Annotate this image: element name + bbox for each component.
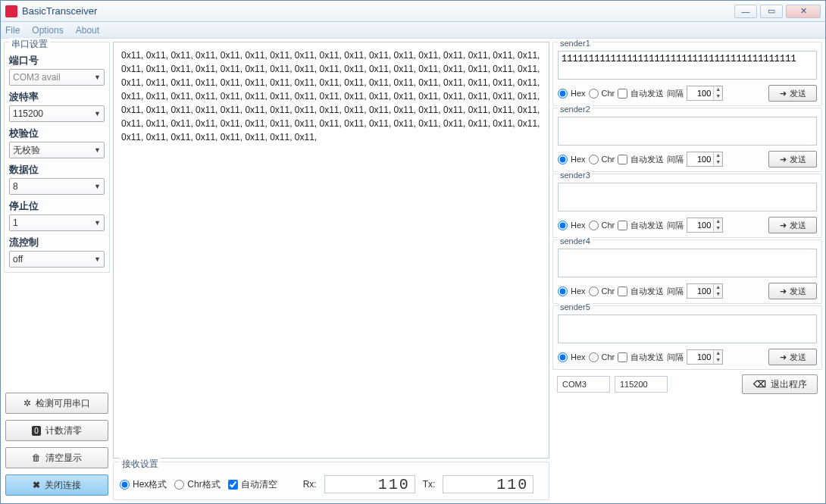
sender-5-send-button[interactable]: ➜发送 — [768, 349, 817, 365]
flow-value: off — [13, 254, 23, 265]
trash-icon: 🗑 — [32, 452, 41, 463]
baud-value: 115200 — [13, 108, 43, 119]
exit-button[interactable]: ⌫ 退出程序 — [742, 374, 818, 394]
sender-2-title: sender2 — [558, 105, 593, 114]
sender-4-chr-radio[interactable]: Chr — [589, 286, 615, 296]
spinner-down-icon[interactable]: ▼ — [714, 357, 722, 364]
sender-3-autosend-checkbox[interactable]: 自动发送 — [618, 220, 664, 231]
sender-2-interval-spinner[interactable]: ▲▼ — [687, 152, 723, 167]
spinner-up-icon[interactable]: ▲ — [714, 218, 722, 225]
sender-5-autosend-checkbox[interactable]: 自动发送 — [618, 352, 664, 363]
close-icon: ✖ — [33, 480, 40, 490]
spinner-up-icon[interactable]: ▲ — [714, 284, 722, 291]
menu-about[interactable]: About — [76, 25, 99, 36]
exit-icon: ⌫ — [753, 379, 766, 390]
status-footer: COM3 115200 ⌫ 退出程序 — [552, 371, 822, 397]
arrow-right-icon: ➜ — [780, 155, 787, 164]
tx-count-label: Tx: — [423, 479, 436, 490]
close-button[interactable]: ✕ — [786, 5, 821, 18]
spinner-down-icon[interactable]: ▼ — [714, 291, 722, 298]
sender-2-hex-radio[interactable]: Hex — [558, 155, 586, 164]
sender-3-input[interactable] — [558, 183, 817, 211]
sender-4-controls: Hex Chr 自动发送 间隔 ▲▼ ➜发送 — [558, 283, 817, 299]
sender-4-input[interactable] — [558, 249, 817, 277]
spinner-down-icon[interactable]: ▼ — [714, 93, 722, 100]
sender-5-input[interactable] — [558, 315, 817, 343]
spinner-up-icon[interactable]: ▲ — [714, 86, 722, 93]
auto-clear-checkbox[interactable]: 自动清空 — [228, 478, 277, 491]
sender-1-input[interactable] — [558, 51, 817, 80]
sender-3-title: sender3 — [558, 171, 593, 180]
sender-4-hex-radio[interactable]: Hex — [558, 286, 586, 296]
maximize-button[interactable]: ▭ — [760, 5, 783, 18]
exit-label: 退出程序 — [771, 378, 807, 391]
sender-3-chr-radio[interactable]: Chr — [589, 221, 615, 230]
spinner-up-icon[interactable]: ▲ — [714, 152, 722, 159]
detect-ports-label: 检测可用串口 — [36, 397, 90, 410]
menubar: File Options About — [1, 22, 825, 39]
sender-4-interval-spinner[interactable]: ▲▼ — [687, 283, 723, 299]
rx-count-label: Rx: — [303, 479, 317, 490]
sender-5-chr-radio[interactable]: Chr — [589, 352, 615, 362]
databits-value: 8 — [13, 181, 18, 192]
chr-format-radio-input[interactable] — [174, 480, 184, 490]
sender-4-send-button[interactable]: ➜发送 — [768, 283, 817, 299]
spinner-down-icon[interactable]: ▼ — [714, 159, 722, 166]
middle-panel: 0x11, 0x11, 0x11, 0x11, 0x11, 0x11, 0x11… — [113, 42, 549, 500]
port-label: 端口号 — [9, 54, 105, 67]
rx-count-display: 110 — [324, 475, 415, 493]
port-value: COM3 avail — [13, 72, 61, 83]
sender-5-hex-radio[interactable]: Hex — [558, 352, 586, 362]
window-title: BasicTransceiver — [22, 5, 734, 17]
stopbits-value: 1 — [13, 218, 18, 228]
baud-combo[interactable]: 115200 ▼ — [9, 105, 105, 122]
sender-3-controls: Hex Chr 自动发送 间隔 ▲▼ ➜发送 — [558, 217, 817, 233]
sender-1-send-button[interactable]: ➜发送 — [768, 85, 817, 102]
spinner-down-icon[interactable]: ▼ — [714, 225, 722, 232]
sender-3-send-button[interactable]: ➜发送 — [768, 217, 817, 233]
chr-format-radio[interactable]: Chr格式 — [174, 478, 220, 491]
sender-1-chr-radio[interactable]: Chr — [589, 89, 615, 99]
sender-2-input[interactable] — [558, 117, 817, 146]
hex-format-radio-input[interactable] — [120, 480, 130, 490]
clear-display-button[interactable]: 🗑 清空显示 — [5, 447, 108, 468]
arrow-right-icon: ➜ — [780, 221, 787, 230]
sidebar: 串口设置 端口号 COM3 avail ▼ 波特率 115200 ▼ 校验位 无… — [4, 42, 110, 500]
sender-1-hex-radio[interactable]: Hex — [558, 89, 586, 99]
baud-label: 波特率 — [9, 90, 105, 104]
stopbits-combo[interactable]: 1 ▼ — [9, 214, 105, 231]
auto-clear-checkbox-input[interactable] — [228, 480, 238, 490]
port-combo[interactable]: COM3 avail ▼ — [9, 69, 105, 86]
detect-ports-button[interactable]: ✲ 检测可用串口 — [5, 393, 108, 414]
minimize-button[interactable]: — — [734, 5, 757, 18]
sender-1-autosend-checkbox[interactable]: 自动发送 — [618, 88, 664, 99]
counter-reset-label: 计数清零 — [45, 424, 82, 437]
sender-5-interval-spinner[interactable]: ▲▼ — [687, 349, 723, 365]
menu-options[interactable]: Options — [32, 25, 63, 36]
sender-1-group: sender1 Hex Chr 自动发送 间隔 ▲▼ ➜发送 — [552, 42, 822, 106]
stopbits-label: 停止位 — [9, 199, 105, 213]
counter-reset-button[interactable]: 0 计数清零 — [5, 420, 108, 441]
check-value: 无校验 — [13, 144, 40, 157]
check-combo[interactable]: 无校验 ▼ — [9, 142, 105, 158]
sender-1-interval-spinner[interactable]: ▲▼ — [687, 86, 723, 101]
sender-2-autosend-checkbox[interactable]: 自动发送 — [618, 154, 664, 165]
receive-textarea[interactable]: 0x11, 0x11, 0x11, 0x11, 0x11, 0x11, 0x11… — [113, 42, 549, 459]
hex-format-radio[interactable]: Hex格式 — [120, 478, 167, 491]
arrow-right-icon: ➜ — [780, 89, 787, 99]
sender-3-hex-radio[interactable]: Hex — [558, 221, 586, 230]
databits-combo[interactable]: 8 ▼ — [9, 178, 105, 195]
close-connection-button[interactable]: ✖ 关闭连接 — [5, 474, 108, 496]
sender-2-chr-radio[interactable]: Chr — [589, 155, 615, 164]
flow-combo[interactable]: off ▼ — [9, 251, 105, 268]
menu-file[interactable]: File — [5, 25, 20, 36]
sender-3-interval-spinner[interactable]: ▲▼ — [687, 218, 723, 233]
chevron-down-icon: ▼ — [94, 219, 101, 227]
refresh-icon: ✲ — [23, 398, 31, 409]
arrow-right-icon: ➜ — [780, 352, 787, 362]
sender-2-send-button[interactable]: ➜发送 — [768, 151, 817, 167]
sender-1-interval-label: 间隔 — [667, 88, 684, 99]
sender-5-controls: Hex Chr 自动发送 间隔 ▲▼ ➜发送 — [558, 349, 817, 365]
spinner-up-icon[interactable]: ▲ — [714, 350, 722, 357]
sender-4-autosend-checkbox[interactable]: 自动发送 — [618, 286, 664, 297]
